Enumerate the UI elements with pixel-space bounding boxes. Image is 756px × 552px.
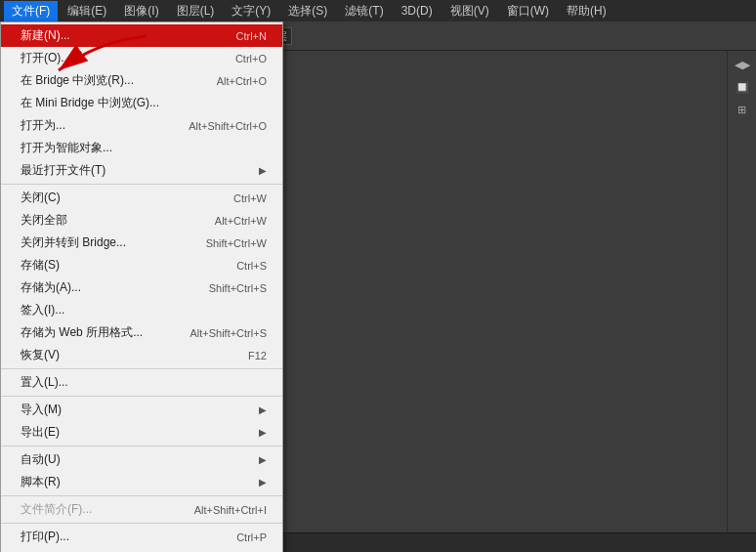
menu-item-bridge-browse[interactable]: 在 Bridge 中浏览(R)...Alt+Ctrl+O: [1, 69, 282, 92]
panel-icon-2[interactable]: ⊞: [733, 100, 752, 119]
panel-expand-icon[interactable]: ◀▶: [733, 55, 752, 74]
menu-separator: [1, 495, 282, 496]
menu-item-mini-bridge[interactable]: 在 Mini Bridge 中浏览(G)...: [1, 92, 282, 114]
menu-item-scripts[interactable]: 脚本(R)▶: [1, 471, 282, 493]
menu-separator: [1, 523, 282, 524]
menu-item-open-smart[interactable]: 打开为智能对象...: [1, 137, 282, 159]
menu-item-import[interactable]: 导入(M)▶: [1, 399, 282, 421]
menu-item-label: 恢复(V): [21, 347, 60, 363]
menu-image[interactable]: 图像(I): [116, 1, 166, 21]
menu-item-check-in[interactable]: 签入(I)...: [1, 299, 282, 321]
menu-item-label: 在 Bridge 中浏览(R)...: [21, 72, 134, 89]
menu-item-save-web[interactable]: 存储为 Web 所用格式...Alt+Shift+Ctrl+S: [1, 321, 282, 344]
menu-filter[interactable]: 滤镜(T): [337, 1, 391, 21]
menu-window[interactable]: 窗口(W): [499, 1, 557, 21]
menu-3d[interactable]: 3D(D): [394, 2, 441, 20]
menu-item-print-one[interactable]: 打印一份(Y)Alt+Shift+Ctrl+P: [1, 548, 282, 552]
submenu-arrow-icon: ▶: [259, 477, 267, 488]
menu-item-close[interactable]: 关闭(C)Ctrl+W: [1, 187, 282, 209]
menu-select[interactable]: 选择(S): [280, 1, 335, 21]
menu-separator: [1, 396, 282, 397]
menu-item-label: 关闭全部: [21, 212, 67, 229]
menu-item-label: 脚本(R): [21, 474, 61, 490]
menu-shortcut: Ctrl+S: [236, 260, 267, 272]
menu-shortcut: Alt+Shift+Ctrl+I: [194, 504, 267, 516]
menu-text[interactable]: 文字(Y): [224, 1, 278, 21]
menu-separator: [1, 184, 282, 185]
file-dropdown: 新建(N)...Ctrl+N打开(O)...Ctrl+O在 Bridge 中浏览…: [0, 21, 283, 552]
menu-item-label: 文件简介(F)...: [21, 501, 92, 518]
menu-shortcut: Ctrl+P: [236, 531, 267, 543]
menu-item-label: 打开为...: [21, 117, 65, 134]
menu-item-close-all[interactable]: 关闭全部Alt+Ctrl+W: [1, 209, 282, 232]
menu-shortcut: Alt+Shift+Ctrl+S: [189, 327, 267, 339]
menu-help[interactable]: 帮助(H): [559, 1, 614, 21]
menu-item-label: 打开为智能对象...: [21, 140, 112, 156]
menu-shortcut: Shift+Ctrl+S: [209, 282, 267, 294]
menu-item-close-bridge[interactable]: 关闭并转到 Bridge...Shift+Ctrl+W: [1, 232, 282, 254]
menu-item-open-as[interactable]: 打开为...Alt+Shift+Ctrl+O: [1, 114, 282, 137]
menu-shortcut: F12: [248, 350, 267, 361]
menu-bar: 文件(F) 编辑(E) 图像(I) 图层(L) 文字(Y) 选择(S) 滤镜(T…: [0, 0, 756, 21]
menu-item-print[interactable]: 打印(P)...Ctrl+P: [1, 526, 282, 548]
menu-view[interactable]: 视图(V): [442, 1, 497, 21]
menu-item-file-info: 文件简介(F)...Alt+Shift+Ctrl+I: [1, 498, 282, 521]
menu-item-label: 置入(L)...: [21, 374, 68, 391]
menu-item-label: 打开(O)...: [21, 50, 70, 66]
menu-item-label: 导入(M): [21, 402, 62, 418]
menu-item-automate[interactable]: 自动(U)▶: [1, 448, 282, 471]
menu-item-new[interactable]: 新建(N)...Ctrl+N: [1, 24, 282, 47]
menu-item-recent[interactable]: 最近打开文件(T)▶: [1, 159, 282, 182]
menu-item-save-as[interactable]: 存储为(A)...Shift+Ctrl+S: [1, 276, 282, 299]
submenu-arrow-icon: ▶: [259, 404, 267, 415]
menu-shortcut: Shift+Ctrl+W: [206, 237, 267, 249]
menu-separator: [1, 446, 282, 446]
menu-item-save[interactable]: 存储(S)Ctrl+S: [1, 254, 282, 276]
menu-item-label: 自动(U): [21, 451, 61, 468]
menu-item-export[interactable]: 导出(E)▶: [1, 421, 282, 444]
menu-item-label: 最近打开文件(T): [21, 162, 105, 179]
panel-icon-1[interactable]: 🔲: [733, 77, 752, 97]
file-menu: 新建(N)...Ctrl+N打开(O)...Ctrl+O在 Bridge 中浏览…: [0, 21, 283, 552]
menu-item-label: 新建(N)...: [21, 27, 70, 44]
menu-shortcut: Alt+Shift+Ctrl+O: [189, 120, 267, 132]
menu-shortcut: Ctrl+O: [235, 53, 267, 64]
menu-item-label: 在 Mini Bridge 中浏览(G)...: [21, 95, 159, 111]
submenu-arrow-icon: ▶: [259, 165, 267, 176]
menu-shortcut: Ctrl+N: [236, 30, 267, 42]
menu-item-label: 关闭(C): [21, 190, 61, 206]
menu-item-label: 存储为 Web 所用格式...: [21, 324, 143, 341]
menu-item-revert[interactable]: 恢复(V)F12: [1, 344, 282, 366]
menu-edit[interactable]: 编辑(E): [60, 1, 114, 21]
menu-shortcut: Alt+Ctrl+W: [215, 215, 267, 227]
menu-shortcut: Ctrl+W: [233, 192, 267, 204]
menu-item-place[interactable]: 置入(L)...: [1, 371, 282, 394]
menu-item-label: 签入(I)...: [21, 302, 64, 318]
menu-item-label: 存储为(A)...: [21, 279, 81, 296]
submenu-arrow-icon: ▶: [259, 427, 267, 438]
menu-separator: [1, 368, 282, 369]
menu-layer[interactable]: 图层(L): [169, 1, 223, 21]
menu-item-label: 打印(P)...: [21, 529, 69, 545]
menu-file[interactable]: 文件(F): [4, 1, 58, 21]
submenu-arrow-icon: ▶: [259, 454, 267, 465]
menu-item-label: 关闭并转到 Bridge...: [21, 234, 126, 251]
right-panel: ◀▶ 🔲 ⊞: [727, 51, 756, 552]
menu-shortcut: Alt+Ctrl+O: [217, 75, 267, 87]
menu-item-label: 存储(S): [21, 257, 60, 274]
menu-item-open[interactable]: 打开(O)...Ctrl+O: [1, 47, 282, 69]
menu-item-label: 导出(E): [21, 424, 60, 441]
